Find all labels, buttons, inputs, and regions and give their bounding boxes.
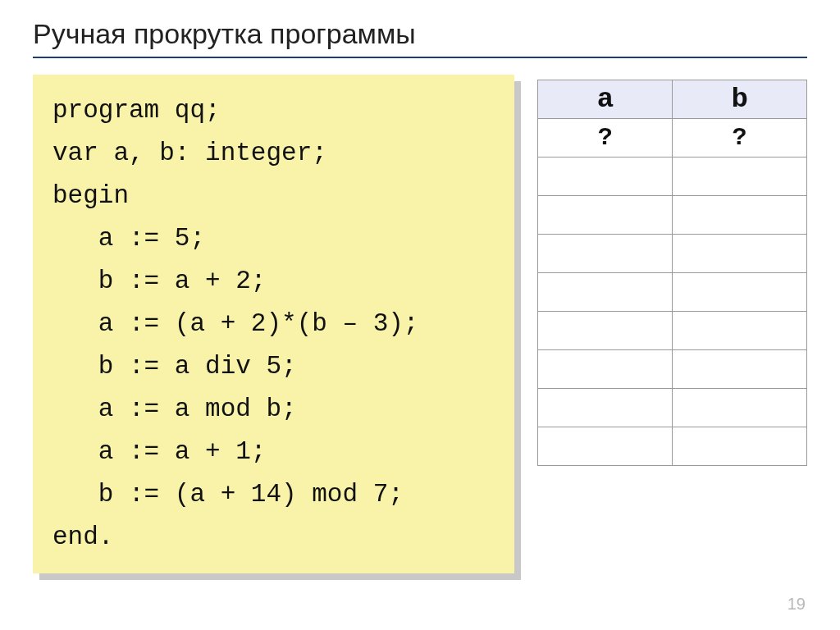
code-line: var a, b: integer; bbox=[52, 139, 327, 167]
cell-b bbox=[673, 273, 807, 312]
cell-b bbox=[673, 158, 807, 196]
table-row bbox=[538, 235, 807, 273]
cell-b bbox=[673, 389, 807, 427]
table-row bbox=[538, 158, 807, 196]
page-number: 19 bbox=[788, 595, 806, 614]
table-header-b: b bbox=[673, 80, 807, 119]
content-row: program qq; var a, b: integer; begin a :… bbox=[33, 75, 807, 573]
title-rule bbox=[33, 57, 807, 58]
table-row bbox=[538, 427, 807, 466]
cell-b bbox=[673, 312, 807, 350]
cell-a bbox=[538, 158, 673, 196]
code-line: program qq; bbox=[52, 96, 221, 125]
cell-b bbox=[673, 350, 807, 389]
code-line: end. bbox=[52, 523, 113, 551]
code-line: b := a div 5; bbox=[52, 352, 297, 381]
code-line: a := a mod b; bbox=[52, 395, 297, 423]
cell-a bbox=[538, 235, 673, 273]
cell-a bbox=[538, 273, 673, 312]
trace-table: a b ? ? bbox=[537, 80, 807, 466]
cell-a: ? bbox=[538, 119, 673, 158]
table-row bbox=[538, 273, 807, 312]
table-header-a: a bbox=[538, 80, 673, 119]
cell-a bbox=[538, 350, 673, 389]
table-row bbox=[538, 196, 807, 235]
table-header-row: a b bbox=[538, 80, 807, 119]
cell-b bbox=[673, 235, 807, 273]
cell-a bbox=[538, 196, 673, 235]
page-title: Ручная прокрутка программы bbox=[33, 18, 807, 50]
cell-b bbox=[673, 196, 807, 235]
table-row bbox=[538, 389, 807, 427]
slide: Ручная прокрутка программы program qq; v… bbox=[0, 0, 840, 630]
code-line: a := 5; bbox=[52, 224, 205, 253]
code-line: a := (a + 2)*(b – 3); bbox=[52, 309, 418, 338]
table-row bbox=[538, 350, 807, 389]
code-line: b := a + 2; bbox=[52, 267, 266, 295]
code-card: program qq; var a, b: integer; begin a :… bbox=[33, 75, 514, 573]
code-line: b := (a + 14) mod 7; bbox=[52, 480, 404, 509]
cell-a bbox=[538, 312, 673, 350]
cell-a bbox=[538, 427, 673, 466]
table-row: ? ? bbox=[538, 119, 807, 158]
code-line: a := a + 1; bbox=[52, 437, 266, 466]
table-row bbox=[538, 312, 807, 350]
cell-b bbox=[673, 427, 807, 466]
code-box: program qq; var a, b: integer; begin a :… bbox=[33, 75, 514, 573]
code-line: begin bbox=[52, 181, 129, 210]
cell-a bbox=[538, 389, 673, 427]
cell-b: ? bbox=[673, 119, 807, 158]
